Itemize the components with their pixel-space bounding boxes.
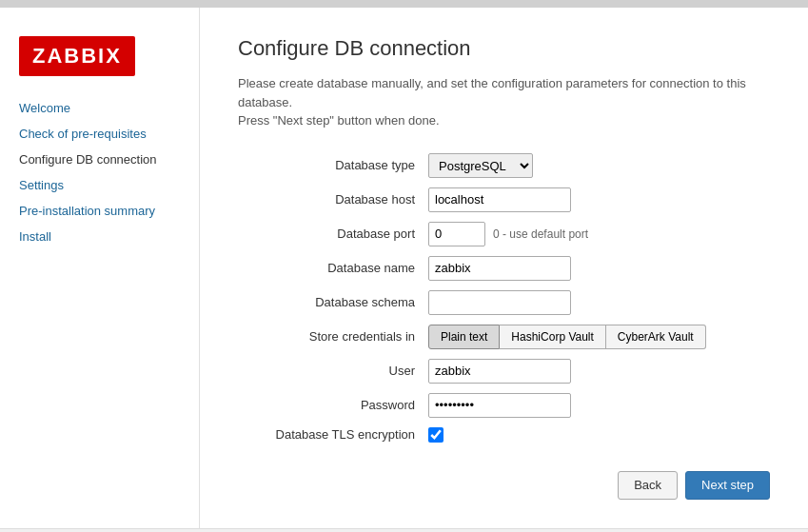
db-port-input[interactable]	[428, 222, 485, 246]
page-description: Please create database manually, and set…	[238, 74, 770, 130]
user-input[interactable]	[428, 359, 571, 384]
form-row-db-type: Database type PostgreSQL MySQL Oracle IB…	[238, 153, 770, 178]
sidebar-logo: ZABBIX	[0, 27, 199, 95]
sidebar-link-welcome[interactable]: Welcome	[19, 101, 70, 115]
sidebar-link-preinstall[interactable]: Pre-installation summary	[19, 204, 155, 218]
sidebar-item-settings[interactable]: Settings	[0, 172, 199, 198]
form-row-db-host: Database host	[238, 187, 770, 212]
logo: ZABBIX	[19, 36, 135, 76]
form-row-tls: Database TLS encryption	[238, 427, 770, 443]
sidebar: ZABBIX Welcome Check of pre-requisites C…	[0, 8, 200, 528]
db-schema-input[interactable]	[428, 290, 571, 315]
next-step-button[interactable]: Next step	[685, 471, 770, 500]
db-type-label: Database type	[238, 158, 428, 172]
back-button[interactable]: Back	[618, 471, 678, 500]
db-name-label: Database name	[238, 261, 428, 275]
tls-label: Database TLS encryption	[238, 427, 428, 442]
sidebar-link-settings[interactable]: Settings	[19, 178, 64, 192]
sidebar-nav: Welcome Check of pre-requisites Configur…	[0, 95, 199, 249]
db-type-select[interactable]: PostgreSQL MySQL Oracle IBM DB2	[428, 153, 533, 178]
user-label: User	[238, 364, 428, 378]
form-row-db-name: Database name	[238, 256, 770, 281]
db-port-label: Database port	[238, 227, 428, 241]
sidebar-item-configure-db[interactable]: Configure DB connection	[0, 147, 199, 172]
db-schema-label: Database schema	[238, 295, 428, 309]
content-area: Configure DB connection Please create da…	[200, 8, 808, 528]
top-bar	[0, 0, 808, 8]
form-row-user: User	[238, 359, 770, 384]
tls-checkbox[interactable]	[428, 427, 443, 443]
sidebar-link-install[interactable]: Install	[19, 229, 51, 244]
tls-checkbox-cell	[428, 427, 443, 443]
db-host-label: Database host	[238, 192, 428, 207]
footer: Licensed under GPL v2	[0, 528, 808, 533]
button-row: Back Next step	[238, 471, 770, 500]
sidebar-item-pre-installation[interactable]: Pre-installation summary	[0, 198, 199, 224]
db-host-input[interactable]	[428, 187, 571, 212]
form-row-db-schema: Database schema	[238, 290, 770, 315]
cred-btn-cyberark[interactable]: CyberArk Vault	[606, 325, 706, 349]
db-name-input[interactable]	[428, 256, 571, 281]
cred-btn-plain-text[interactable]: Plain text	[428, 325, 500, 349]
sidebar-link-configure-db[interactable]: Configure DB connection	[19, 152, 157, 167]
credentials-buttons-group: Plain text HashiCorp Vault CyberArk Vaul…	[428, 325, 706, 349]
cred-btn-hashicorp[interactable]: HashiCorp Vault	[500, 325, 605, 349]
sidebar-item-welcome[interactable]: Welcome	[0, 95, 199, 121]
db-form: Database type PostgreSQL MySQL Oracle IB…	[238, 153, 770, 443]
password-label: Password	[238, 398, 428, 412]
sidebar-item-install[interactable]: Install	[0, 224, 199, 249]
sidebar-item-check-pre-requisites[interactable]: Check of pre-requisites	[0, 121, 199, 147]
main-container: ZABBIX Welcome Check of pre-requisites C…	[0, 8, 808, 528]
form-row-db-port: Database port 0 - use default port	[238, 222, 770, 246]
page-title: Configure DB connection	[238, 36, 770, 61]
form-row-credentials: Store credentials in Plain text HashiCor…	[238, 325, 770, 349]
db-port-hint: 0 - use default port	[493, 227, 588, 241]
sidebar-link-check[interactable]: Check of pre-requisites	[19, 127, 147, 141]
password-input[interactable]	[428, 393, 571, 418]
store-credentials-label: Store credentials in	[238, 329, 428, 344]
form-row-password: Password	[238, 393, 770, 418]
